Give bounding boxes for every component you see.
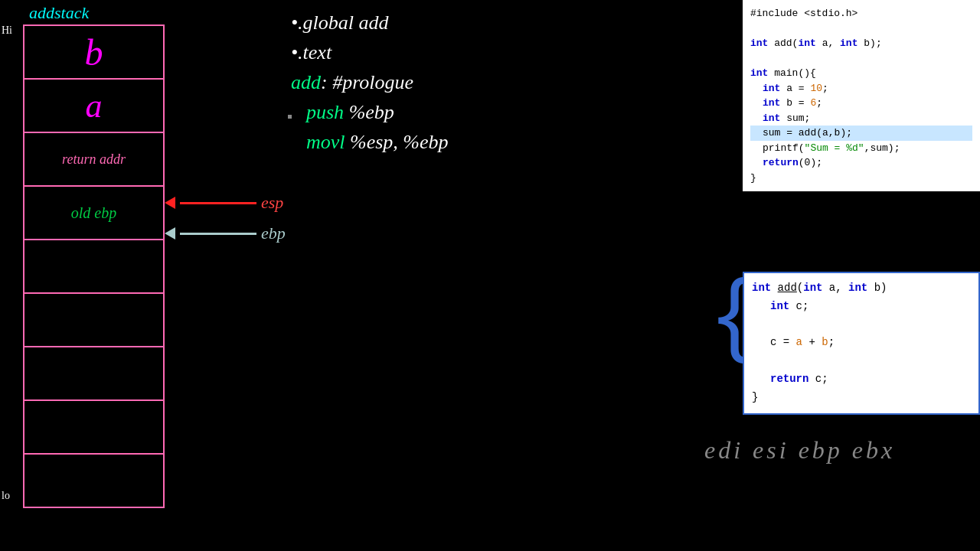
- code-include: #include <stdio.h>: [750, 6, 972, 21]
- asm-line-global: •.global add: [291, 8, 449, 37]
- stack-row-empty4: [24, 400, 164, 454]
- num-10: 10: [810, 83, 822, 94]
- ebp-arrow: ebp: [165, 223, 286, 243]
- printf-args: ,sum);: [864, 142, 900, 154]
- code-return0: return(0);: [750, 155, 972, 171]
- asm-text-text: .text: [298, 41, 332, 64]
- ebp-label: ebp: [261, 223, 286, 243]
- code-blank2: [750, 51, 972, 67]
- code-sum-assign: sum = add(a,b);: [750, 126, 972, 141]
- registers-label: edi esi ebp ebx: [704, 436, 895, 465]
- stack-cell-a: a: [24, 79, 164, 132]
- printf-text: printf(: [763, 142, 805, 154]
- main-name: main(){: [774, 67, 816, 79]
- main-int: int: [750, 67, 774, 79]
- esp-arrow: esp: [165, 193, 283, 213]
- return-kw: return: [763, 157, 799, 168]
- stack-cell-empty2: [24, 293, 164, 347]
- code-int-sum: int sum;: [750, 111, 972, 126]
- add-blank2: [752, 352, 971, 370]
- code-blank1: [750, 21, 972, 37]
- calc-semi: ;: [828, 336, 835, 348]
- add-return-c: c;: [815, 373, 828, 385]
- sum-assign-text: sum =: [763, 127, 799, 139]
- stack-row-retaddr: return addr: [24, 132, 164, 186]
- add-b-paren: b): [874, 282, 887, 294]
- code-int-a: int a = 10;: [750, 81, 972, 96]
- add-name: add: [778, 282, 797, 294]
- assembly-code: •.global add •.text add: #prologue push …: [291, 8, 449, 157]
- asm-add-kw: add: [291, 71, 321, 93]
- code-panel-main: #include <stdio.h> int add(int a, int b)…: [743, 0, 980, 191]
- asm-line-text: •.text: [291, 37, 449, 67]
- add-int-b: int: [848, 282, 874, 294]
- stack-row-empty2: [24, 293, 164, 347]
- int-kw-a: int: [763, 83, 786, 94]
- asm-dot2: •: [291, 41, 298, 64]
- ebp-arrowline: [180, 233, 256, 235]
- sum-add-call: add(a,b);: [799, 127, 852, 139]
- calc-plus: +: [802, 336, 822, 348]
- add-return: return c;: [752, 370, 971, 389]
- c-var: c;: [796, 300, 809, 312]
- printf-str: "Sum = %d": [805, 142, 864, 154]
- add-a: a,: [829, 282, 848, 294]
- stack-cell-oldebp: old ebp: [24, 186, 164, 240]
- stack-cell-empty5: [24, 454, 164, 507]
- esp-label: esp: [261, 193, 283, 213]
- stack-row-a: a: [24, 79, 164, 132]
- asm-movl-kw: movl: [306, 131, 350, 153]
- add-blank: [752, 316, 971, 334]
- code-main-close: }: [750, 171, 972, 186]
- center-dot: [288, 115, 292, 119]
- decl-int3: int: [840, 37, 864, 49]
- int-kw-b: int: [763, 97, 786, 109]
- include-text: #include <stdio.h>: [750, 8, 858, 19]
- stack-title: addstack: [23, 0, 165, 24]
- stack-cell-empty1: [24, 240, 164, 293]
- stack-row-empty1: [24, 240, 164, 293]
- esp-arrowline: [180, 202, 256, 204]
- ebp-arrowhead: [165, 227, 175, 240]
- asm-movl-operands: %esp, %ebp: [350, 131, 449, 153]
- var-a-assign: a =: [786, 83, 810, 94]
- calc-text: c =: [770, 336, 796, 348]
- asm-line-movl: movl %esp, %ebp: [291, 127, 449, 157]
- asm-line-addlabel: add: #prologue: [291, 67, 449, 97]
- add-calc: c = a + b;: [752, 334, 971, 352]
- add-int-kw: int: [752, 282, 778, 294]
- var-b-assign: b =: [786, 97, 810, 109]
- asm-line-push: push %ebp: [291, 97, 449, 127]
- decl-type: int: [750, 37, 774, 49]
- int-kw-sum: int: [763, 112, 786, 124]
- calc-b: b: [822, 336, 828, 348]
- stack-row-oldebp: old ebp: [24, 186, 164, 240]
- return-val: (0);: [799, 157, 822, 168]
- decl-rest: add(: [774, 37, 798, 49]
- main-close-brace: }: [750, 172, 756, 184]
- add-int-c: int c;: [752, 298, 971, 316]
- stack-cell-empty4: [24, 400, 164, 454]
- low-label: lo: [2, 490, 10, 502]
- decl-int2: int: [798, 37, 822, 49]
- code-printf: printf("Sum = %d",sum);: [750, 141, 972, 156]
- c-int-kw: int: [770, 300, 796, 312]
- stack-cell-retaddr: return addr: [24, 132, 164, 186]
- add-int-a: int: [803, 282, 829, 294]
- stack-cell-b: b: [24, 25, 164, 79]
- stack-row-empty3: [24, 347, 164, 400]
- stack-cell-empty3: [24, 347, 164, 400]
- decl-b: b);: [864, 37, 881, 49]
- stack-row-b: b: [24, 25, 164, 79]
- asm-push-kw: push: [306, 101, 349, 123]
- high-label: Hi: [2, 24, 12, 37]
- code-int-b: int b = 6;: [750, 96, 972, 111]
- add-close-brace: }: [752, 391, 758, 403]
- asm-push-operand: %ebp: [349, 101, 394, 123]
- code-declaration: int add(int a, int b);: [750, 36, 972, 51]
- add-params: (: [797, 282, 803, 294]
- var-sum: sum;: [786, 112, 810, 124]
- asm-global-text: .global add: [298, 11, 388, 34]
- code-main-sig: int main(){: [750, 66, 972, 81]
- calc-a: a: [796, 336, 802, 348]
